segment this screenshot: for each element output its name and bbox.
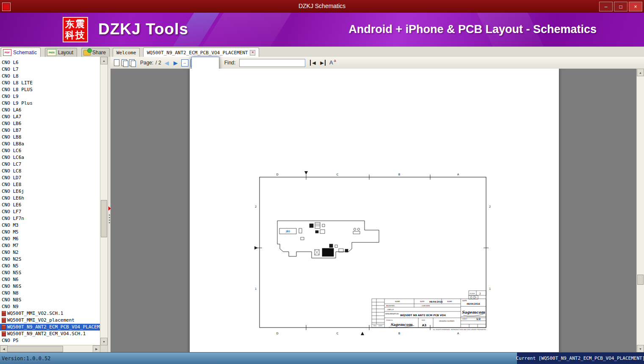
list-item[interactable]: CNO L6 (0, 59, 100, 66)
list-item[interactable]: CNO LD7 (0, 175, 100, 181)
previous-page-button[interactable] (163, 59, 170, 66)
minimize-button[interactable]: – (599, 2, 613, 11)
list-item[interactable]: CNO LB8 (0, 134, 100, 141)
scroll-up-arrow[interactable] (637, 69, 644, 76)
list-item[interactable]: CNO N2S (0, 256, 100, 263)
multi-page-icon[interactable] (129, 59, 135, 66)
list-item[interactable]: CNO LA6 (0, 107, 100, 114)
list-item[interactable]: CNO L9 Plus (0, 100, 100, 107)
list-item-label: CNO N2 (2, 249, 19, 256)
list-item[interactable]: CNO LE6 (0, 202, 100, 208)
scroll-up-arrow[interactable] (100, 57, 108, 64)
copy-page-icon[interactable] (122, 59, 127, 66)
splitter-grip[interactable] (109, 214, 110, 225)
tab-schematic-label: Schematic (13, 50, 37, 56)
list-item[interactable]: CNO LB7 (0, 127, 100, 134)
list-item[interactable]: CNO L8 LITE (0, 80, 100, 86)
list-item[interactable]: CNO LE6j (0, 188, 100, 195)
list-item[interactable]: CNO LC6a (0, 154, 100, 161)
list-item[interactable]: CNO N8S (0, 297, 100, 303)
list-item[interactable]: CNO L8 PLUS (0, 86, 100, 93)
list-item[interactable]: CNO LC7 (0, 161, 100, 168)
tab-schematic[interactable]: PDF Schematic (1, 47, 41, 57)
document-icon (2, 331, 6, 336)
scroll-thumb[interactable] (637, 275, 644, 285)
svg-text:SHEET: SHEET (462, 318, 467, 320)
list-item-label: CNO N6S (2, 283, 21, 290)
list-item[interactable]: CNO M3 (0, 222, 100, 229)
list-item[interactable]: CNO N2 (0, 249, 100, 256)
list-item[interactable]: CNO N6 (0, 276, 100, 283)
list-item[interactable]: CNO N8 (0, 290, 100, 297)
list-item[interactable]: CNO N5S (0, 270, 100, 276)
list-item[interactable]: CNO LE8 (0, 181, 100, 188)
viewer-vertical-scrollbar[interactable] (636, 69, 644, 353)
tab-share-label: Share (92, 50, 106, 56)
list-item[interactable]: CNO LF7n (0, 215, 100, 222)
scroll-left-arrow[interactable] (0, 345, 8, 353)
page-view-icon[interactable] (114, 59, 119, 66)
scroll-right-arrow[interactable] (93, 345, 100, 353)
svg-text:B: B (398, 332, 400, 335)
list-item[interactable]: CNO LB6 (0, 120, 100, 127)
maximize-button[interactable]: □ (614, 2, 627, 11)
schematic-list: CNO L6 CNO L7 CNO L8 CNO L8 LITE (0, 57, 100, 345)
scroll-down-arrow[interactable] (637, 345, 644, 353)
viewer-panel: Page: / 2 Find: (111, 57, 644, 353)
font-size-icon[interactable] (328, 59, 336, 67)
list-item-label: CNO M6 (2, 236, 19, 242)
find-input[interactable] (239, 59, 305, 67)
sidebar-horizontal-scrollbar[interactable] (0, 345, 100, 353)
scroll-thumb[interactable] (7, 346, 63, 352)
find-next-icon[interactable] (319, 60, 326, 66)
list-item[interactable]: CNO LF7 (0, 208, 100, 215)
list-item-label: CNO L7 (2, 66, 19, 73)
tab-welcome[interactable]: Welcome (113, 48, 140, 57)
tab-share[interactable]: Share (81, 48, 110, 57)
close-button[interactable]: × (629, 2, 642, 11)
sidebar-vertical-scrollbar[interactable] (100, 57, 108, 345)
pcb-components: J80 (279, 222, 360, 256)
current-document-indicator: Current [WQ500T_N9_ANT2_ECM_PCB_VO4_PLAC… (517, 353, 644, 364)
pads-icon: PADS (47, 49, 56, 56)
status-bar: Version:1.0.0.52 Current [WQ500T_N9_ANT2… (0, 352, 644, 364)
svg-text:A3: A3 (422, 324, 426, 327)
list-item-label: CNO N2S (2, 256, 21, 263)
list-item[interactable]: CNO LB8a (0, 141, 100, 147)
list-item[interactable]: CNO M7 (0, 242, 100, 249)
tab-document[interactable]: WQ500T_N9_ANT2_ECM_PCB_VO4_PLACEMENT × (143, 47, 259, 57)
tab-welcome-label: Welcome (116, 50, 136, 56)
list-item[interactable]: CNO N5 (0, 263, 100, 270)
banner-tagline: Android + iPhone & PCB Layout - Schemati… (348, 23, 597, 36)
list-item[interactable]: WQ500T_N9_ANT2_ECM_PCB_VO4_PLACEMENT (0, 324, 100, 331)
list-item-label: CNO LA7 (2, 114, 21, 120)
list-item[interactable]: CNO LC6 (0, 147, 100, 154)
scroll-thumb[interactable] (101, 200, 107, 237)
window-title: DZKJ Schematics (0, 3, 644, 9)
list-item-label: CNO M7 (2, 242, 19, 249)
list-item[interactable]: CNO L7 (0, 66, 100, 73)
fit-width-icon[interactable] (181, 59, 188, 67)
list-item-label: CNO LB8 (2, 134, 21, 141)
list-item[interactable]: WQ500T_MMI_VO2_placement (0, 317, 100, 324)
list-item[interactable]: CNO L9 (0, 93, 100, 100)
list-item[interactable]: CNO LC8 (0, 168, 100, 175)
scroll-down-arrow[interactable] (100, 338, 108, 345)
list-item[interactable]: WQ500T_N9_ANT2_ECM_VO4.SCH.1 (0, 331, 100, 337)
list-item[interactable]: WQ500T_MMI_VO2.SCH.1 (0, 310, 100, 317)
list-item[interactable]: CNO LE6h (0, 195, 100, 202)
svg-text:CHECKED: CHECKED (422, 305, 430, 307)
share-icon (83, 50, 91, 56)
svg-text:B: B (398, 173, 400, 176)
list-item[interactable]: CNO P5 (0, 337, 100, 344)
list-item[interactable]: CNO M6 (0, 236, 100, 242)
next-page-button[interactable] (172, 59, 179, 66)
tab-close-icon[interactable]: × (250, 50, 255, 56)
list-item[interactable]: CNO M5 (0, 229, 100, 236)
list-item[interactable]: CNO LA7 (0, 114, 100, 120)
tab-layout[interactable]: PADS Layout (45, 48, 77, 57)
list-item[interactable]: CNO N6S (0, 283, 100, 290)
list-item[interactable]: CNO N9 (0, 303, 100, 310)
find-previous-icon[interactable] (310, 60, 317, 66)
list-item[interactable]: CNO L8 (0, 73, 100, 80)
